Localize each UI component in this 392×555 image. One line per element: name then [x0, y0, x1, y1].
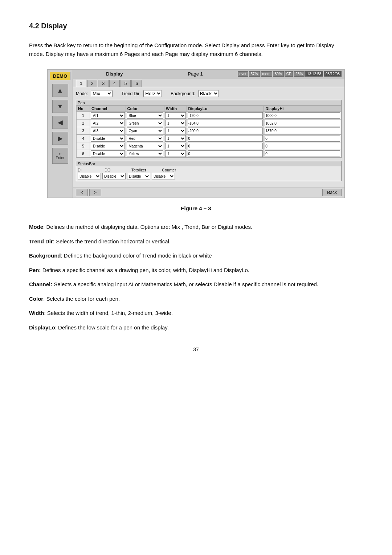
- tab-1[interactable]: 1: [76, 80, 86, 87]
- pen-displayhi-input-5[interactable]: [265, 143, 340, 149]
- pen-color-select-2[interactable]: BlueGreenCyanRedMagentaYellowWhite: [127, 120, 163, 126]
- col-displayhi: DisplayHi: [264, 106, 341, 112]
- pen-displaylo-input-4[interactable]: [188, 135, 263, 142]
- display-title: Display: [76, 71, 153, 77]
- pen-section: Pen No Channel Color Width DisplayLo Dis…: [76, 100, 342, 158]
- back-button[interactable]: Back: [322, 189, 342, 196]
- background-label: Background:: [171, 91, 195, 96]
- mode-select[interactable]: Mix Trend Bar Digital: [91, 90, 113, 97]
- enter-button[interactable]: ↵ Enter: [52, 148, 68, 164]
- pen-displayhi-4[interactable]: [264, 135, 341, 142]
- statusbar-di-select[interactable]: Disable Enable: [78, 173, 101, 179]
- pen-width-2: 123: [164, 119, 187, 127]
- desc-term-2: Background: [29, 252, 61, 259]
- pen-displayhi-2[interactable]: [264, 119, 341, 127]
- pen-displaylo-input-6[interactable]: [188, 150, 263, 157]
- pen-displayhi-1[interactable]: [264, 112, 341, 119]
- pen-channel-select-4[interactable]: AI1AI2AI3AI4AI5AI6Disable: [91, 135, 125, 142]
- desc-term-5: Color: [29, 296, 43, 302]
- pen-displayhi-5[interactable]: [264, 142, 341, 150]
- pen-displaylo-input-3[interactable]: [188, 127, 263, 134]
- pen-width-select-5[interactable]: 123: [165, 143, 186, 149]
- pen-channel-select-3[interactable]: AI1AI2AI3AI4AI5AI6Disable: [91, 127, 125, 134]
- statusbar-col-do: DO: [105, 168, 130, 172]
- tab-3[interactable]: 3: [98, 80, 109, 87]
- pen-displaylo-3[interactable]: [187, 127, 264, 135]
- pen-displaylo-6[interactable]: [187, 150, 264, 158]
- statusbar-col-counter: Counter: [162, 168, 187, 172]
- desc-para-2: Background: Defines the background color…: [29, 251, 341, 260]
- pen-channel-4: AI1AI2AI3AI4AI5AI6Disable: [90, 135, 126, 142]
- trend-dir-select[interactable]: Horz Vert: [143, 90, 162, 97]
- more-button[interactable]: >: [89, 189, 101, 196]
- pen-color-select-5[interactable]: BlueGreenCyanRedMagentaYellowWhite: [127, 143, 163, 149]
- background-select[interactable]: Black White: [198, 90, 219, 97]
- date-value: 08/12/08: [324, 71, 342, 77]
- pen-displaylo-4[interactable]: [187, 135, 264, 142]
- statusbar-do-field: Disable Enable: [102, 173, 126, 179]
- tab-2[interactable]: 2: [87, 80, 98, 87]
- pen-width-4: 123: [164, 135, 187, 142]
- pen-width-select-3[interactable]: 123: [165, 127, 186, 134]
- pen-color-select-3[interactable]: BlueGreenCyanRedMagentaYellowWhite: [127, 127, 163, 134]
- statusbar-do-select[interactable]: Disable Enable: [102, 173, 126, 179]
- desc-term-6: Width: [29, 310, 44, 316]
- enter-icon: ↵: [59, 152, 62, 156]
- up-button[interactable]: ▲: [52, 84, 68, 97]
- pen-width-select-6[interactable]: 123: [165, 150, 186, 157]
- pen-displaylo-5[interactable]: [187, 142, 264, 150]
- pen-channel-1: AI1AI2AI3AI4AI5AI6Disable: [90, 112, 126, 119]
- pen-displayhi-input-6[interactable]: [265, 150, 340, 157]
- pen-channel-select-6[interactable]: AI1AI2AI3AI4AI5AI6Disable: [91, 150, 125, 157]
- col-channel: Channel: [90, 106, 126, 112]
- right-button[interactable]: ▶: [52, 132, 68, 145]
- pen-channel-select-2[interactable]: AI1AI2AI3AI4AI5AI6Disable: [91, 120, 125, 126]
- pen-channel-select-1[interactable]: AI1AI2AI3AI4AI5AI6Disable: [91, 112, 125, 119]
- pen-displaylo-2[interactable]: [187, 119, 264, 127]
- demo-label: DEMO: [50, 72, 70, 80]
- statusbar-counter-select[interactable]: Disable Enable: [152, 173, 175, 179]
- down-button[interactable]: ▼: [52, 100, 68, 113]
- pen-displaylo-input-2[interactable]: [188, 120, 263, 126]
- pen-displaylo-input-5[interactable]: [188, 143, 263, 149]
- pen-no-6: 6: [77, 150, 90, 158]
- tab-4[interactable]: 4: [109, 80, 120, 87]
- pen-displaylo-input-1[interactable]: [188, 112, 263, 119]
- desc-text-1: : Selects the trend direction horizontal…: [53, 238, 171, 244]
- desc-term-1: Trend Dir: [29, 238, 53, 244]
- pen-width-select-4[interactable]: 123: [165, 135, 186, 142]
- pen-displayhi-input-2[interactable]: [265, 120, 340, 126]
- pen-no-1: 1: [77, 112, 90, 119]
- pen-section-title: Pen: [76, 100, 341, 105]
- intro-paragraph: Press the Back key to return to the begi…: [29, 41, 341, 58]
- statusbar-col-totolizer: Totolizer: [131, 168, 160, 172]
- pen-color-select-4[interactable]: BlueGreenCyanRedMagentaYellowWhite: [127, 135, 163, 142]
- pen-width-select-1[interactable]: 123: [165, 112, 186, 119]
- pen-displayhi-input-3[interactable]: [265, 127, 340, 134]
- config-area: Mode: Mix Trend Bar Digital Trend Dir: H…: [73, 87, 344, 187]
- cf-value: 25%: [294, 71, 305, 77]
- pen-color-select-6[interactable]: BlueGreenCyanRedMagentaYellowWhite: [127, 150, 163, 157]
- desc-text-0: : Defines the method of displaying data.…: [43, 224, 252, 230]
- pen-displaylo-1[interactable]: [187, 112, 264, 119]
- pen-row-1: 1AI1AI2AI3AI4AI5AI6DisableBlueGreenCyanR…: [77, 112, 341, 119]
- desc-para-1: Trend Dir: Selects the trend direction h…: [29, 237, 341, 246]
- statusbar-totolizer-field: Disable Enable: [127, 173, 150, 179]
- pen-displayhi-input-4[interactable]: [265, 135, 340, 142]
- pen-displayhi-input-1[interactable]: [265, 112, 340, 119]
- tab-6[interactable]: 6: [131, 80, 142, 87]
- pen-color-select-1[interactable]: BlueGreenCyanRedMagentaYellowWhite: [127, 112, 163, 119]
- desc-text-7: : Defines the low scale for a pen on the…: [55, 324, 169, 331]
- tab-5[interactable]: 5: [121, 80, 131, 87]
- less-button[interactable]: <: [76, 189, 88, 196]
- pen-displayhi-3[interactable]: [264, 127, 341, 135]
- pen-row-4: 4AI1AI2AI3AI4AI5AI6DisableBlueGreenCyanR…: [77, 135, 341, 142]
- main-display-area: Display Page 1 evnt 57% mem 89% CF 25% 1…: [73, 70, 344, 198]
- pen-width-select-2[interactable]: 123: [165, 120, 186, 126]
- statusbar-totolizer-select[interactable]: Disable Enable: [127, 173, 150, 179]
- pen-color-5: BlueGreenCyanRedMagentaYellowWhite: [126, 142, 164, 150]
- left-button[interactable]: ◀: [52, 116, 68, 129]
- pen-displayhi-6[interactable]: [264, 150, 341, 158]
- pen-channel-select-5[interactable]: AI1AI2AI3AI4AI5AI6Disable: [91, 143, 125, 149]
- desc-para-6: Width: Selects the width of trend, 1-thi…: [29, 308, 341, 318]
